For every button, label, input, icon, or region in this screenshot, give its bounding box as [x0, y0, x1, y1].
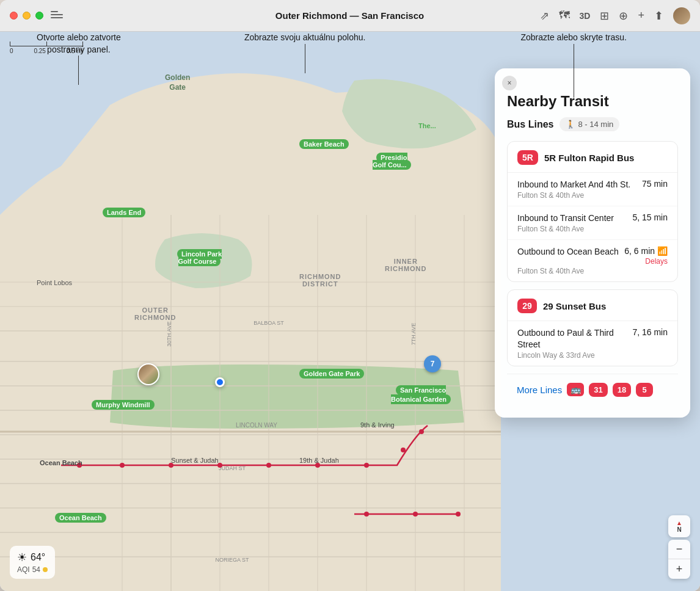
route-direction: Outbound to Ocean Beach: [517, 246, 619, 257]
svg-point-38: [413, 512, 418, 517]
scale-quarter: 0.25: [34, 48, 45, 54]
weather-sun-icon: ☀: [17, 551, 27, 564]
sidebar-toggle-line: [51, 17, 63, 18]
svg-point-37: [364, 512, 369, 517]
more-lines-section[interactable]: More Lines 🚌 31 18 5: [507, 374, 678, 405]
bus-name-5r: 5R Fulton Rapid Bus: [544, 153, 635, 163]
scale-segment: [10, 42, 47, 46]
map-icon[interactable]: 🗺: [559, 9, 570, 22]
svg-point-29: [120, 463, 125, 468]
walk-time: 8 - 14 min: [578, 120, 613, 129]
weather-widget: ☀ 64° AQI 54: [10, 546, 55, 579]
more-lines-label[interactable]: More Lines: [517, 385, 562, 395]
scale-zero: 0: [10, 48, 13, 54]
more-line-badge-31[interactable]: 31: [589, 383, 607, 397]
panel-content: Nearby Transit Bus Lines 🚶 8 - 14 min 5R…: [495, 68, 690, 418]
svg-point-30: [169, 463, 173, 468]
bus-route-outbound-ocean[interactable]: Outbound to Ocean Beach 6, 6 min 📶 Delay…: [508, 240, 677, 281]
svg-point-31: [217, 463, 222, 468]
toolbar-icons: ⇗ 🗺 3D ⊞ ⊕ + ⬆: [540, 7, 690, 24]
app-window: Outer Richmond — San Francisco ⇗ 🗺 3D ⊞ …: [0, 0, 700, 591]
route-stop: Lincoln Way & 33rd Ave: [517, 351, 668, 360]
bus-name-29: 29 Sunset Bus: [543, 301, 606, 311]
bus-lines-header: Bus Lines 🚶 8 - 14 min: [507, 117, 678, 131]
svg-text:LINCOLN WAY: LINCOLN WAY: [236, 422, 277, 429]
more-line-badge-18[interactable]: 18: [613, 383, 631, 397]
aqi-value: 54: [32, 565, 40, 574]
panel-title: Nearby Transit: [507, 93, 678, 110]
bus-badge-29: 29: [517, 299, 537, 313]
route-direction: Outbound to Paul & Third Street: [517, 327, 632, 349]
scale-segment: [47, 42, 83, 46]
titlebar: Outer Richmond — San Francisco ⇗ 🗺 3D ⊞ …: [0, 0, 700, 32]
svg-point-28: [77, 463, 82, 468]
bus-card-header-5r: 5R 5R Fulton Rapid Bus: [508, 142, 677, 173]
walk-time-badge: 🚶 8 - 14 min: [560, 117, 619, 131]
zoom-out-button[interactable]: −: [668, 540, 690, 559]
route-time: 7, 16 min: [632, 327, 668, 337]
svg-point-36: [419, 429, 424, 434]
close-button[interactable]: [10, 12, 18, 20]
sidebar-toggle-line: [51, 11, 58, 12]
svg-point-35: [401, 448, 406, 452]
svg-text:BALBOA ST: BALBOA ST: [253, 320, 284, 326]
route-time: 75 min: [642, 179, 668, 189]
svg-point-33: [315, 463, 320, 468]
map-container[interactable]: LINCOLN WAY JUDAH ST NORIEGA ST 30TH AVE…: [0, 32, 700, 591]
route-stop: Fulton St & 40th Ave: [517, 225, 668, 233]
bus-card-5r[interactable]: 5R 5R Fulton Rapid Bus Inbound to Market…: [507, 141, 678, 282]
svg-text:7TH AVE: 7TH AVE: [410, 323, 417, 345]
bus-lines-label: Bus Lines: [507, 119, 553, 130]
panel-close-button[interactable]: ×: [502, 76, 517, 90]
compass[interactable]: ▲ N: [668, 515, 690, 537]
three-d-button[interactable]: 3D: [580, 11, 591, 21]
svg-point-34: [364, 463, 369, 468]
minimize-button[interactable]: [23, 12, 31, 20]
transit-panel: × Nearby Transit Bus Lines 🚶 8 - 14 min …: [495, 68, 690, 418]
add-icon[interactable]: ⊕: [619, 9, 628, 23]
svg-text:NORIEGA ST: NORIEGA ST: [215, 557, 249, 563]
scale-bar: 0 0.25 0.5 mi: [10, 42, 83, 54]
svg-point-39: [456, 512, 461, 517]
route-time: 5, 15 min: [632, 212, 668, 222]
svg-text:JUDAH ST: JUDAH ST: [219, 465, 246, 471]
location-dot: [215, 377, 225, 387]
bus-badge-5r: 5R: [517, 150, 538, 165]
compass-north: ▲: [676, 520, 682, 526]
route-direction: Inbound to Transit Center: [517, 212, 614, 223]
route-stop: Fulton St & 40th Ave: [517, 267, 668, 275]
aqi-label: AQI: [17, 565, 30, 574]
route-delay: 6, 6 min 📶 Delays: [624, 246, 668, 266]
bus-card-29[interactable]: 29 29 Sunset Bus Outbound to Paul & Thir…: [507, 289, 678, 366]
temperature-value: 64°: [31, 552, 45, 563]
scale-half: 0.5 mi: [67, 48, 83, 54]
map-controls: ▲ N − +: [668, 515, 690, 579]
location-icon[interactable]: ⇗: [540, 9, 549, 23]
layers-icon[interactable]: ⊞: [600, 9, 609, 23]
svg-point-32: [266, 463, 271, 468]
compass-label: N: [677, 526, 681, 533]
sidebar-toggle-button[interactable]: [51, 11, 63, 21]
more-lines-bus-icon: 🚌: [567, 383, 584, 396]
delay-text: Delays: [645, 257, 668, 266]
route-stop: Fulton St & 40th Ave: [517, 191, 668, 200]
zoom-controls: − +: [668, 540, 690, 579]
bus-route-inbound-transit[interactable]: Inbound to Transit Center 5, 15 min Fult…: [508, 206, 677, 240]
share-icon[interactable]: ⬆: [654, 9, 663, 23]
sidebar-toggle-line: [51, 14, 63, 15]
walk-icon: 🚶: [566, 120, 575, 129]
photo-marker[interactable]: [137, 363, 159, 385]
bus-card-header-29: 29 29 Sunset Bus: [508, 290, 677, 321]
zoom-in-button[interactable]: +: [668, 559, 690, 579]
bus-route-outbound-paul[interactable]: Outbound to Paul & Third Street 7, 16 mi…: [508, 321, 677, 365]
maximize-button[interactable]: [35, 12, 43, 20]
bus-route-inbound-market[interactable]: Inbound to Market And 4th St. 75 min Ful…: [508, 173, 677, 206]
route-time: 6, 6 min 📶: [624, 246, 668, 256]
map-bus-badge[interactable]: 7: [424, 355, 441, 372]
user-avatar[interactable]: [673, 7, 690, 24]
plus-icon[interactable]: +: [638, 9, 644, 22]
aqi-dot: [43, 567, 48, 572]
traffic-lights: [10, 12, 43, 20]
more-line-badge-5[interactable]: 5: [636, 383, 653, 397]
svg-text:30TH AVE: 30TH AVE: [166, 321, 172, 346]
